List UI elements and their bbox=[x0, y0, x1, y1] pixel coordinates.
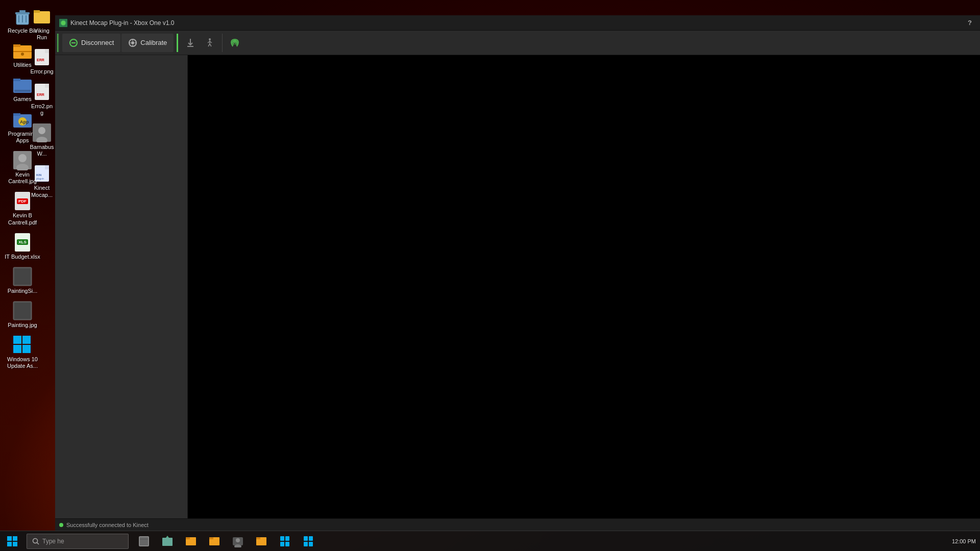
svg-rect-86 bbox=[309, 536, 313, 541]
svg-point-77 bbox=[236, 538, 240, 542]
svg-point-65 bbox=[33, 538, 38, 543]
svg-text:plug-in: plug-in bbox=[36, 177, 44, 180]
svg-line-63 bbox=[210, 44, 211, 46]
taskbar-app-icon-7 bbox=[279, 535, 291, 547]
svg-rect-84 bbox=[285, 542, 289, 546]
taskbar-app-icon-8 bbox=[302, 535, 314, 547]
calibrate-icon bbox=[128, 38, 137, 47]
toolbar-separator-green bbox=[177, 34, 178, 52]
desktop-icon-barnabus[interactable]: BarnabusW... bbox=[28, 120, 56, 159]
search-bar[interactable]: Type he bbox=[27, 534, 129, 549]
error-png-label: Error.png bbox=[30, 68, 53, 75]
svg-rect-68 bbox=[140, 537, 148, 545]
erro2-png-label: Erro2.png bbox=[30, 103, 54, 116]
search-icon bbox=[32, 538, 39, 545]
svg-line-62 bbox=[208, 44, 210, 46]
toolbar-separator-2 bbox=[222, 34, 223, 52]
svg-point-9 bbox=[21, 53, 24, 56]
record-button[interactable] bbox=[181, 34, 200, 52]
taskbar-app-icon-1 bbox=[138, 535, 150, 547]
viking-run-label: Viking Run bbox=[30, 28, 54, 41]
barnabus-label: BarnabusW... bbox=[30, 144, 54, 157]
taskbar: Type he bbox=[0, 531, 980, 551]
svg-rect-14 bbox=[13, 113, 20, 116]
svg-rect-29 bbox=[34, 10, 40, 13]
taskbar-icon-6[interactable] bbox=[250, 531, 273, 552]
taskbar-app-icon-4 bbox=[208, 535, 220, 547]
svg-rect-44 bbox=[45, 165, 49, 169]
app-title: Kinect Mocap Plug-in - Xbox One v1.0 bbox=[70, 19, 965, 27]
svg-rect-26 bbox=[13, 345, 21, 353]
help-icon[interactable]: ? bbox=[968, 19, 972, 27]
taskbar-app-icon-3 bbox=[185, 535, 197, 547]
svg-text:ERR: ERR bbox=[37, 58, 44, 62]
kinect-mocap-label: Kinect Mocap... bbox=[30, 185, 54, 198]
taskbar-icon-7[interactable] bbox=[274, 531, 296, 552]
taskbar-icon-3[interactable] bbox=[180, 531, 202, 552]
start-button[interactable] bbox=[0, 531, 24, 552]
svg-rect-81 bbox=[280, 536, 284, 541]
disconnect-button[interactable]: Disconnect bbox=[62, 34, 120, 52]
svg-rect-2 bbox=[19, 10, 26, 12]
status-indicator bbox=[59, 523, 63, 527]
svg-point-40 bbox=[38, 127, 45, 134]
svg-rect-28 bbox=[34, 11, 50, 23]
taskbar-icon-8[interactable] bbox=[297, 531, 320, 552]
status-text: Successfully connected to Kinect bbox=[66, 522, 149, 528]
desktop-icon-error-png[interactable]: ERR Error.png bbox=[28, 45, 56, 77]
taskbar-icon-4[interactable] bbox=[203, 531, 226, 552]
app-titlebar: Kinect Mocap Plug-in - Xbox One v1.0 ? bbox=[55, 15, 980, 31]
disconnect-icon bbox=[69, 38, 78, 47]
svg-rect-75 bbox=[209, 537, 213, 539]
svg-rect-88 bbox=[309, 542, 313, 546]
svg-text:KIN: KIN bbox=[36, 173, 41, 177]
svg-rect-70 bbox=[162, 538, 173, 546]
svg-line-66 bbox=[37, 542, 39, 544]
desktop-icon-viking-run[interactable]: Viking Run bbox=[28, 4, 56, 43]
svg-point-58 bbox=[209, 38, 211, 40]
calibrate-label: Calibrate bbox=[140, 39, 167, 46]
app-toolbar: Disconnect Calibrate bbox=[55, 31, 980, 55]
taskbar-app-icon-6 bbox=[255, 535, 267, 547]
toolbar-accent-bar bbox=[57, 34, 59, 52]
system-clock: 12:00 PM bbox=[952, 538, 976, 544]
taskbar-app-icon-5 bbox=[232, 535, 244, 547]
calibrate-button[interactable]: Calibrate bbox=[121, 34, 174, 52]
app-body bbox=[55, 55, 980, 518]
desktop-icon-erro2-png[interactable]: ERR Erro2.png bbox=[28, 80, 56, 118]
svg-point-64 bbox=[234, 41, 236, 43]
windows-logo bbox=[7, 536, 17, 546]
svg-rect-7 bbox=[13, 44, 20, 47]
desktop-icons-column2: Viking Run ERR Error.png ERR Erro2.png bbox=[28, 0, 58, 531]
svg-marker-71 bbox=[166, 536, 169, 538]
skeleton-button[interactable] bbox=[201, 34, 219, 52]
svg-rect-85 bbox=[304, 536, 308, 541]
svg-rect-11 bbox=[13, 79, 20, 81]
svg-point-48 bbox=[61, 20, 66, 26]
svg-point-52 bbox=[131, 41, 134, 44]
skeleton-icon bbox=[205, 38, 215, 48]
app-main-canvas bbox=[188, 55, 980, 518]
search-placeholder: Type he bbox=[42, 538, 64, 545]
svg-text:ERR: ERR bbox=[37, 93, 44, 96]
biometric-button[interactable] bbox=[226, 34, 244, 52]
taskbar-icon-2[interactable] bbox=[156, 531, 179, 552]
desktop-icon-kinect-mocap[interactable]: KIN plug-in Kinect Mocap... bbox=[28, 161, 56, 200]
app-window: Kinect Mocap Plug-in - Xbox One v1.0 ? D… bbox=[55, 15, 980, 531]
svg-rect-24 bbox=[13, 336, 21, 344]
record-icon bbox=[185, 38, 195, 48]
system-tray: 12:00 PM bbox=[948, 531, 980, 551]
svg-rect-87 bbox=[304, 542, 308, 546]
disconnect-label: Disconnect bbox=[81, 39, 114, 46]
taskbar-icon-5[interactable] bbox=[227, 531, 249, 552]
app-icon bbox=[59, 19, 67, 27]
svg-rect-73 bbox=[186, 537, 190, 539]
svg-point-18 bbox=[18, 154, 27, 162]
app-sidebar bbox=[55, 55, 188, 518]
svg-rect-37 bbox=[45, 84, 49, 88]
svg-rect-80 bbox=[256, 537, 260, 539]
taskbar-icon-1[interactable] bbox=[133, 531, 155, 552]
status-bar: Successfully connected to Kinect bbox=[55, 518, 980, 531]
taskbar-icons bbox=[131, 531, 948, 551]
taskbar-app-icon-2 bbox=[161, 535, 174, 547]
